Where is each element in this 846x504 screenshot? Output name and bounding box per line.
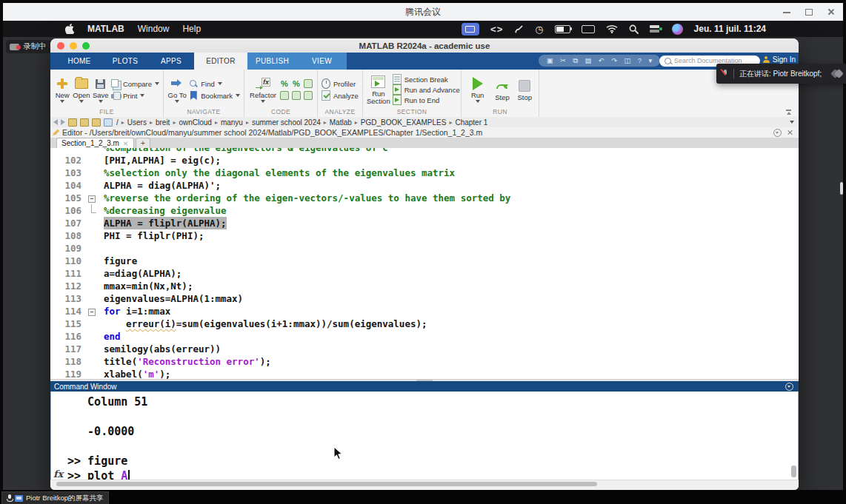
display-mirroring-icon[interactable] [650, 25, 661, 33]
up-folder-icon[interactable] [68, 118, 77, 127]
menubar-clock[interactable]: Jeu. 11 juil. 11:24 [694, 24, 766, 34]
undo-icon[interactable]: ↶ [599, 57, 604, 64]
step-button[interactable]: Step [492, 78, 512, 101]
cut-icon[interactable]: ✂ [560, 57, 566, 64]
editor-close-icon[interactable] [787, 130, 793, 135]
code-line[interactable]: 106%decreasing eigenvalue [50, 204, 799, 217]
code-line[interactable]: 112mmax=min(Nx,Nt); [50, 280, 799, 292]
command-window-vscrollbar[interactable] [791, 466, 796, 477]
ribbon-tab-apps[interactable]: APPS [148, 53, 194, 70]
code-editor[interactable]: %computation of the eigenvectors & eigen… [50, 148, 799, 379]
code-line[interactable]: 116end [50, 330, 799, 343]
ribbon-tab-editor[interactable]: EDITOR [194, 53, 247, 70]
maximize-icon[interactable] [805, 7, 813, 16]
breadcrumb-item[interactable]: summer school 2024 [252, 118, 321, 127]
menubar-item-help[interactable]: Help [182, 24, 201, 34]
code-line[interactable]: 102[PHI,ALPHA] = eig(c); [50, 154, 799, 167]
breadcrumb-item[interactable]: Users [127, 118, 147, 127]
search-icon[interactable] [629, 23, 639, 35]
run-and-advance-button[interactable]: Run and Advance [393, 85, 460, 94]
compare-button[interactable]: Compare [111, 79, 159, 88]
browse-folder-icon[interactable] [92, 118, 101, 127]
apple-logo-icon[interactable] [65, 23, 74, 35]
refactor-button[interactable]: Refactor [248, 76, 278, 103]
breadcrumb-item[interactable]: breit [156, 118, 170, 127]
code-brackets-icon[interactable]: <> [490, 23, 503, 35]
new-folder-icon[interactable] [80, 118, 89, 127]
breadcrumb-dropdown-icon[interactable] [790, 121, 794, 124]
stop-button[interactable]: Stop [515, 78, 535, 101]
run-section-button[interactable]: Run Section [367, 75, 390, 105]
code-line[interactable]: 105%reverse the ordering of the eigen-ve… [50, 192, 799, 204]
code-line[interactable]: 111a=diag(ALPHA); [50, 267, 799, 280]
editor-actions-icon[interactable] [773, 129, 782, 137]
hscrollbar-thumb[interactable] [56, 482, 597, 486]
forward-icon[interactable] [61, 119, 65, 125]
sign-in-button[interactable]: Sign In [763, 56, 796, 64]
code-line[interactable]: 119xlabel('m'); [50, 368, 799, 379]
breadcrumb-item[interactable]: manyu [221, 118, 243, 127]
code-line[interactable]: 115 erreur(i)=sum(eigenvalues(i+1:mmax))… [50, 317, 799, 330]
run-to-end-button[interactable]: Run to End [393, 95, 460, 104]
back-icon[interactable] [53, 119, 58, 125]
code-line[interactable]: 117semilogy(abs(erreur)) [50, 343, 799, 355]
wifi-icon[interactable] [606, 23, 618, 35]
code-line[interactable]: 110figure [50, 255, 799, 267]
comment-icon[interactable]: % [280, 79, 289, 88]
scrollbar-fragment[interactable] [840, 182, 843, 195]
save-icon[interactable]: ▣ [547, 57, 553, 64]
copy-icon[interactable]: ⧉ [573, 57, 578, 64]
analyze-button[interactable]: Analyze [322, 91, 359, 100]
breadcrumb-item[interactable]: Matlab [330, 118, 352, 127]
ribbon-tab-plots[interactable]: PLOTS [102, 53, 148, 70]
command-window-header[interactable]: Command Window [50, 381, 799, 392]
code-line[interactable]: 107ALPHA = fliplr(ALPHA); [50, 217, 799, 229]
file-tab-section-1-2-3[interactable]: Section_1_2_3.m [56, 138, 134, 148]
code-line[interactable]: %computation of the eigenvectors & eigen… [50, 148, 799, 154]
redo-icon[interactable]: ↷ [611, 57, 617, 64]
screen-sharing-status-icon[interactable] [462, 23, 479, 36]
profiler-button[interactable]: Profiler [322, 79, 359, 88]
help-icon[interactable]: ? [638, 57, 642, 64]
code-line[interactable]: 114for i=1:mmax [50, 305, 799, 317]
ribbon-tab-view[interactable]: VIEW [297, 53, 347, 70]
phone-icon[interactable] [514, 23, 524, 35]
print-icon[interactable]: ◫ [624, 57, 631, 64]
code-line[interactable]: 104ALPHA = diag(ALPHA)'; [50, 179, 799, 192]
breadcrumb-item[interactable]: PGD_BOOK_EXAMPLES [361, 118, 447, 127]
collapse-toolstrip-icon[interactable] [786, 110, 793, 114]
breadcrumb-item[interactable]: / [116, 118, 119, 127]
matlab-titlebar[interactable]: MATLAB R2024a - academic use [50, 38, 799, 53]
code-line[interactable]: 109 [50, 242, 799, 255]
command-window-actions-icon[interactable] [785, 383, 793, 391]
close-icon[interactable] [827, 7, 836, 16]
tab-close-icon[interactable] [124, 141, 128, 145]
screen-share-banner[interactable]: Piotr Breitkop的屏幕共享 [1, 491, 109, 504]
time-machine-icon[interactable]: ◷ [535, 23, 543, 35]
find-button[interactable]: Find [189, 79, 240, 88]
fold-marker-icon[interactable] [81, 192, 104, 204]
siri-icon[interactable] [672, 24, 683, 35]
code-line[interactable]: 108PHI = fliplr(PHI); [50, 229, 799, 242]
print-button[interactable]: Print [111, 91, 159, 100]
ribbon-tab-home[interactable]: HOME [56, 53, 102, 70]
paste-icon[interactable]: ▤ [585, 57, 592, 64]
smart-indent-icon[interactable] [280, 91, 289, 100]
menubar-item-window[interactable]: Window [138, 24, 170, 34]
new-tab-button[interactable]: + [136, 138, 150, 148]
ribbon-tab-publish[interactable]: PUBLISH [247, 53, 297, 70]
run-button[interactable]: Run [465, 76, 490, 103]
goto-button[interactable]: Go To [167, 76, 187, 103]
code-line[interactable]: 118title('Reconstruction error'); [50, 355, 799, 368]
battery-icon[interactable] [555, 25, 570, 33]
indent-right-icon[interactable] [304, 91, 313, 100]
code-line[interactable]: 113eigenvalues=ALPHA(1:mmax) [50, 292, 799, 305]
indent-left-icon[interactable] [292, 91, 301, 100]
breadcrumb-item[interactable]: Chapter 1 [455, 118, 487, 127]
chevron-down-icon[interactable]: ▾ [649, 57, 653, 64]
minimize-icon[interactable] [782, 7, 791, 16]
indent-icon[interactable] [304, 79, 313, 88]
comment-wrap-icon[interactable]: % [292, 79, 301, 88]
menubar-app-name[interactable]: MATLAB [87, 24, 124, 34]
save-button[interactable]: Save [93, 76, 109, 103]
